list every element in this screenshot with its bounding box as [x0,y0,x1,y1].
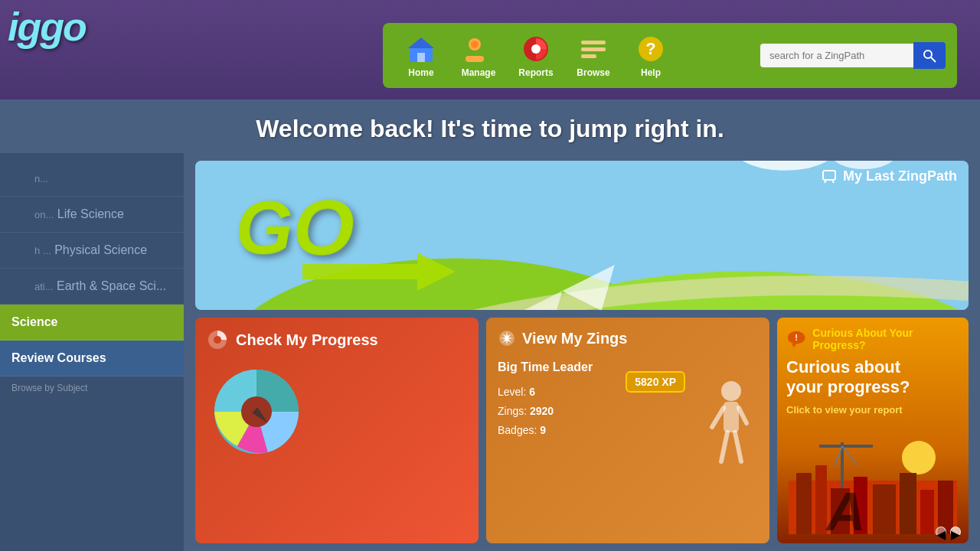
help-icon: ? [635,33,667,65]
svg-line-37 [739,408,746,423]
svg-rect-35 [724,402,739,432]
manage-icon [462,33,495,65]
zings-icon [498,329,516,347]
svg-line-56 [842,446,858,465]
svg-text:A: A [825,482,866,534]
sidebar-item-life-science[interactable]: on... Life Science [0,197,184,233]
carousel-next[interactable]: ▶ [950,527,961,537]
carousel-prev[interactable]: ◀ [936,527,946,537]
zings-title-text: View My Zings [522,330,627,347]
svg-point-43 [902,441,936,474]
sidebar-h-label: h ... [34,245,51,256]
sidebar-science-label: Science [11,315,57,328]
sidebar-earth-space-label: Earth & Space Sci... [57,279,166,292]
human-figure [704,325,758,536]
nav-browse[interactable]: Browse [567,29,620,82]
carousel-dots: ◀ ▶ [936,527,961,537]
nav-reports[interactable]: Reports [509,29,563,82]
navbar: iggo Home Manage [0,0,980,99]
main-content: n... on... Life Science h ... Physical S… [0,153,980,551]
svg-line-38 [721,432,727,461]
banner-label: My Last ZingPath [822,168,957,184]
svg-text:!: ! [795,333,798,342]
svg-text:?: ? [645,39,655,58]
sidebar-review-label: Review Courses [11,351,106,364]
sidebar-item-physical-science[interactable]: h ... Physical Science [0,233,184,269]
sidebar-on-label: on... [34,209,54,220]
svg-rect-8 [581,41,606,44]
sidebar-ns-label: n... [34,173,48,184]
curious-header-text: Curious About Your Progress? [812,327,959,351]
curious-main: Curious about your progress? [786,357,959,398]
sidebar-ati-label: ati... [34,281,54,292]
svg-rect-51 [920,490,934,534]
nav-home[interactable]: Home [394,29,448,82]
sidebar-item-science[interactable]: Science [0,305,184,341]
banner-label-text: My Last ZingPath [843,168,957,184]
sidebar-item-ns[interactable]: n... [0,161,184,197]
nav-container: Home Manage Rep [383,23,957,88]
nav-home-label: Home [408,67,433,78]
svg-rect-2 [417,53,425,62]
svg-rect-5 [466,56,484,62]
zings-card[interactable]: View My Zings Big Time Leader Level: 6 Z… [486,318,769,543]
nav-help-label: Help [641,67,661,78]
svg-point-34 [721,381,741,401]
svg-rect-49 [873,484,896,534]
svg-rect-25 [823,171,835,180]
sidebar: n... on... Life Science h ... Physical S… [0,153,184,551]
sidebar-browse-label: Browse by Subject [0,377,184,397]
nav-browse-label: Browse [577,67,609,78]
svg-point-29 [214,336,221,344]
pie-chart [207,362,306,461]
svg-point-4 [471,41,479,48]
bottom-row: Check My Progress [195,318,969,543]
nav-reports-label: Reports [518,67,553,78]
content-area: GO My Last ZingPath [184,153,980,551]
search-input[interactable] [760,44,913,67]
svg-rect-46 [815,465,827,534]
logo: iggo [8,4,86,50]
svg-line-39 [735,432,741,461]
progress-title: Check My Progress [207,329,467,350]
svg-marker-24 [302,253,456,291]
svg-marker-1 [408,37,434,48]
curious-speech-icon: ! [786,328,806,350]
svg-line-36 [712,408,724,427]
svg-rect-9 [581,47,606,51]
sidebar-item-review[interactable]: Review Courses [0,341,184,377]
svg-marker-41 [792,344,797,348]
search-area [760,42,946,69]
sidebar-item-earth-space[interactable]: ati... Earth & Space Sci... [0,269,184,305]
curious-image: A [786,423,959,534]
svg-point-13 [924,51,932,58]
nav-manage[interactable]: Manage [452,29,505,82]
svg-rect-10 [581,54,596,58]
curious-sub: Click to view your report [786,404,959,416]
progress-card[interactable]: Check My Progress [195,318,479,543]
curious-panel[interactable]: ! Curious About Your Progress? Curious a… [777,318,969,543]
welcome-text: Welcome back! It's time to jump right in… [0,107,980,151]
sidebar-physical-science-label: Physical Science [54,243,147,256]
svg-point-7 [531,44,541,54]
search-button[interactable] [913,42,946,69]
xp-badge: 5820 XP [626,371,685,393]
browse-icon [577,33,609,65]
nav-help[interactable]: ? Help [624,29,678,82]
progress-icon [207,329,228,350]
sidebar-life-science-label: Life Science [57,207,124,220]
reports-icon [520,33,552,65]
curious-header: ! Curious About Your Progress? [786,327,959,351]
nav-manage-label: Manage [462,67,496,78]
svg-rect-50 [900,473,916,534]
home-icon [405,33,437,65]
svg-rect-45 [796,473,812,534]
svg-line-14 [931,57,936,62]
zingpath-banner[interactable]: GO My Last ZingPath [195,161,969,310]
progress-title-text: Check My Progress [236,331,378,349]
